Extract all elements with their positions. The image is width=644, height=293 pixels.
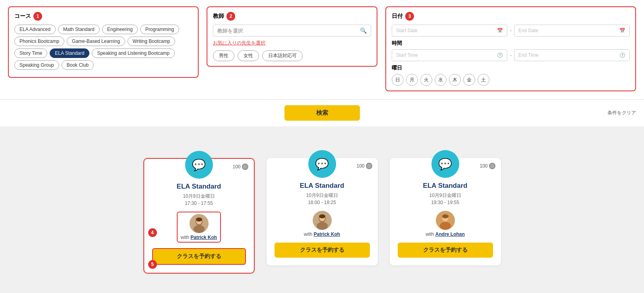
card-date: 10月9日金曜日 [306,192,338,199]
course-tag-story-time[interactable]: Story Time [14,48,47,58]
svg-point-2 [193,225,205,233]
clock-icon-start: 🕐 [497,52,503,58]
clear-link[interactable]: 条件をクリア [607,110,636,116]
teacher-search-row[interactable]: 🔍 [213,25,371,37]
card-time: 19:30 - 19:55 [431,200,459,205]
coins-value: 100 [356,163,364,169]
course-tag-phonics-bootcamp[interactable]: Phonics Bootcamp [14,37,64,46]
time-separator: - [510,52,512,58]
teacher-name: with Andre Lohan [425,231,465,237]
teacher-title: 教師 [213,13,224,20]
card-coins: 100 [232,164,248,170]
gender-japanese[interactable]: 日本語対応可 [262,50,303,61]
coin-icon [366,163,372,169]
book-button-3[interactable]: クラスを予約する [398,243,493,258]
card-time: 17:30 - 17:55 [185,200,213,206]
coins-value: 100 [480,163,487,169]
teacher-name-link[interactable]: Patrick Koh [314,231,340,237]
teacher-avatar [436,211,455,230]
card-title: ELA Standard [300,182,344,190]
calendar-icon-end: 📅 [619,28,625,33]
svg-point-7 [317,222,328,230]
book-button-2[interactable]: クラスを予約する [275,243,370,258]
annotation-4: 4 [148,228,157,237]
class-card-2: 💬100ELA Standard10月9日金曜日18:00 - 18:25 wi… [267,158,378,266]
coin-icon [489,163,495,169]
search-icon: 🔍 [360,27,367,34]
end-date-input[interactable]: End Date 📅 [514,25,630,37]
day-btn-月[interactable]: 月 [406,74,418,86]
card-icon-wrap: 💬 [185,151,213,179]
card-date: 10月9日金曜日 [183,193,215,200]
end-time-placeholder: End Time [518,52,539,58]
day-btn-金[interactable]: 金 [463,74,475,86]
gender-male[interactable]: 男性 [213,50,234,61]
course-tag-programming[interactable]: Programming [140,25,179,34]
search-button[interactable]: 検索 [284,105,360,121]
day-btn-火[interactable]: 火 [420,74,432,86]
teacher-name-link[interactable]: Andre Lohan [435,231,465,237]
teacher-name: with Patrick Koh [181,235,217,240]
teacher-row: with Patrick Koh [177,212,221,243]
time-label: 時間 [392,40,630,47]
annotation-5: 5 [148,260,157,269]
svg-point-9 [319,214,325,218]
gender-row: 男性 女性 日本語対応可 [213,50,371,61]
start-time-input[interactable]: Start Time 🕐 [392,49,507,61]
card-coins: 100 [356,163,372,169]
svg-point-14 [440,222,451,230]
card-icon-wrap: 💬 [431,150,459,178]
day-btn-水[interactable]: 水 [435,74,447,86]
coin-icon [242,164,248,170]
course-num: 1 [33,12,42,21]
teacher-label: 教師 2 [213,12,371,21]
results-area: 💬100ELA Standard10月9日金曜日17:30 - 17:55 wi… [0,126,644,285]
search-area: 検索 条件をクリア [0,100,644,126]
favorite-link[interactable]: お気に入りの先生を選択 [213,40,371,46]
day-btn-木[interactable]: 木 [449,74,461,86]
teacher-avatar [313,211,332,230]
card-date: 10月9日金曜日 [429,192,461,199]
course-tag-writing-bootcamp[interactable]: Writing Bootcamp [128,37,175,46]
card-icon-wrap: 💬 [308,150,336,178]
card-title: ELA Standard [177,183,221,191]
svg-point-13 [442,214,449,218]
course-tag-book-club[interactable]: Book Club [62,60,94,70]
course-tags-row1: ELA AdvancedMath StandardEngineeringProg… [14,25,192,34]
class-card-1: 💬100ELA Standard10月9日金曜日17:30 - 17:55 wi… [143,158,255,274]
book-button-1[interactable]: クラスを予約する [152,248,246,265]
start-date-placeholder: Start Date [396,28,418,33]
day-btn-日[interactable]: 日 [392,74,404,86]
datetime-num: 3 [405,12,414,21]
datetime-section: 日付 3 Start Date 📅 - End Date 📅 時間 Start … [385,6,636,91]
clock-icon-end: 🕐 [619,52,625,58]
course-tag-math-standard[interactable]: Math Standard [58,25,100,34]
teacher-name-link[interactable]: Patrick Koh [191,235,217,240]
course-tag-speaking-group[interactable]: Speaking Group [14,60,59,70]
course-tag-engineering[interactable]: Engineering [102,25,138,34]
start-date-input[interactable]: Start Date 📅 [392,25,507,37]
course-tag-game-based[interactable]: Game-Based Learning [67,37,125,46]
date-separator: - [510,27,512,34]
course-tag-ela-standard[interactable]: ELA Standard [50,48,89,58]
date-inputs-row: Start Date 📅 - End Date 📅 [392,25,630,37]
course-tags-row4: Speaking GroupBook Club [14,60,192,70]
card-time: 18:00 - 18:25 [308,200,336,205]
class-card-3: 💬100ELA Standard10月9日金曜日19:30 - 19:55 wi… [390,158,501,266]
teacher-num: 2 [226,12,235,21]
course-tags-row3: Story TimeELA StandardSpeaking and Liste… [14,48,192,58]
course-tag-ela-advanced[interactable]: ELA Advanced [14,25,56,34]
teacher-section: 教師 2 🔍 お気に入りの先生を選択 男性 女性 日本語対応可 [207,6,377,67]
end-time-input[interactable]: End Time 🕐 [514,49,630,61]
course-tag-speaking-listening[interactable]: Speaking and Listening Bootcamp [92,48,174,58]
chat-icon: 💬 [315,158,329,171]
gender-female[interactable]: 女性 [238,50,259,61]
top-panel: コース 1 ELA AdvancedMath StandardEngineeri… [0,0,644,100]
time-inputs-row: Start Time 🕐 - End Time 🕐 [392,49,630,61]
day-btn-土[interactable]: 土 [478,74,489,86]
teacher-search-input[interactable] [217,28,360,34]
course-label: コース 1 [14,12,192,21]
course-title: コース [14,13,31,20]
chat-icon: 💬 [438,158,452,171]
card-title: ELA Standard [423,182,468,190]
